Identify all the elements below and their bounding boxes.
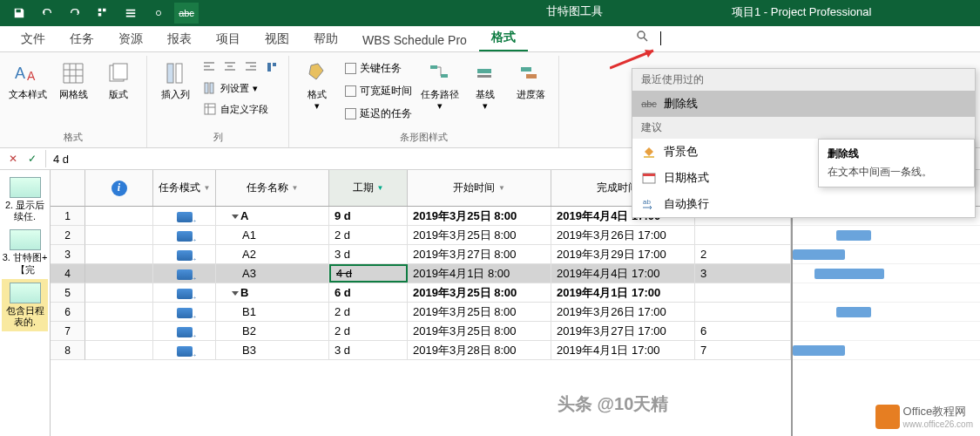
qat-button-4[interactable] — [91, 3, 115, 24]
late-tasks-checkbox[interactable]: 延迟的任务 — [341, 103, 416, 124]
finish-cell[interactable]: 2019年3月29日 17:00 — [551, 245, 695, 263]
qat-button-5[interactable] — [118, 3, 143, 24]
duration-cell[interactable]: 2 d — [329, 322, 408, 340]
undo-button[interactable] — [35, 3, 59, 24]
tab-format[interactable]: 格式 — [479, 25, 528, 51]
select-all-corner[interactable] — [51, 170, 85, 207]
duration-cell[interactable]: 3 d — [329, 245, 408, 263]
info-cell[interactable] — [85, 207, 153, 225]
info-cell[interactable] — [85, 322, 153, 340]
gridlines-button[interactable]: 网格线 — [52, 58, 94, 102]
info-cell[interactable] — [85, 341, 153, 359]
info-cell[interactable] — [85, 303, 153, 321]
custom-fields-button[interactable]: 自定义字段 — [199, 99, 281, 119]
link-button[interactable] — [146, 3, 171, 24]
row-header[interactable]: 1 — [51, 207, 85, 226]
tab-wbs[interactable]: WBS Schedule Pro — [350, 29, 479, 51]
column-header-start[interactable]: 开始时间▼ — [408, 170, 551, 206]
info-cell[interactable] — [85, 264, 153, 283]
mode-cell[interactable] — [153, 341, 216, 359]
table-row[interactable]: B1 2 d 2019年3月25日 8:00 2019年3月26日 17:00 — [85, 303, 791, 322]
predecessor-cell[interactable] — [695, 226, 791, 244]
view-item-2[interactable]: 3. 甘特图+【完 — [2, 226, 48, 278]
gantt-row[interactable] — [793, 283, 980, 303]
name-cell[interactable]: A1 — [216, 226, 329, 244]
name-cell[interactable]: A2 — [216, 245, 329, 263]
table-row[interactable]: A1 2 d 2019年3月25日 8:00 2019年3月26日 17:00 — [85, 226, 791, 245]
table-row[interactable]: A2 3 d 2019年3月27日 8:00 2019年3月29日 17:00 … — [85, 245, 791, 264]
name-cell[interactable]: A3 — [216, 264, 329, 283]
text-styles-button[interactable]: AA 文本样式 — [7, 58, 49, 102]
predecessor-cell[interactable]: 3 — [695, 264, 791, 283]
start-cell[interactable]: 2019年3月25日 8:00 — [408, 226, 551, 244]
mode-cell[interactable] — [153, 322, 216, 340]
row-header[interactable]: 6 — [51, 303, 85, 322]
tell-me-search[interactable] — [636, 30, 661, 46]
info-cell[interactable] — [85, 226, 153, 244]
column-settings-button[interactable]: 列设置 ▾ — [199, 78, 281, 98]
gantt-row[interactable] — [793, 341, 980, 360]
task-path-button[interactable]: 任务路径▾ — [419, 58, 461, 113]
insert-column-button[interactable]: 插入列 — [154, 58, 196, 102]
align-right-button[interactable] — [241, 58, 260, 77]
view-item-1[interactable]: 2. 显示后续任. — [2, 174, 48, 226]
finish-cell[interactable]: 2019年3月26日 17:00 — [551, 226, 695, 244]
column-header-info[interactable]: i — [85, 170, 153, 206]
tab-task[interactable]: 任务 — [57, 27, 106, 51]
info-cell[interactable] — [85, 245, 153, 263]
row-header[interactable]: 7 — [51, 322, 85, 341]
name-cell[interactable]: B3 — [216, 341, 329, 359]
predecessor-cell[interactable] — [695, 283, 791, 302]
row-header[interactable]: 3 — [51, 245, 85, 264]
mode-cell[interactable] — [153, 245, 216, 263]
tab-resource[interactable]: 资源 — [106, 27, 155, 51]
format-dropdown-button[interactable]: 格式▾ — [296, 58, 338, 113]
align-center-button[interactable] — [220, 58, 240, 77]
start-cell[interactable]: 2019年4月1日 8:00 — [408, 264, 551, 283]
gantt-bar[interactable] — [793, 249, 845, 260]
wrap-text-button[interactable] — [262, 58, 281, 77]
layout-button[interactable]: 版式 — [98, 58, 139, 102]
column-header-mode[interactable]: 任务模式▼ — [153, 170, 216, 206]
finish-cell[interactable]: 2019年3月26日 17:00 — [551, 303, 695, 321]
row-header[interactable]: 8 — [51, 341, 85, 360]
mode-cell[interactable] — [153, 207, 216, 225]
confirm-edit-button[interactable]: ✓ — [23, 150, 42, 167]
column-header-duration[interactable]: 工期▼ — [329, 170, 408, 206]
table-row[interactable]: B3 3 d 2019年3月28日 8:00 2019年4月1日 17:00 7 — [85, 341, 791, 360]
predecessor-cell[interactable]: 6 — [695, 322, 791, 340]
duration-cell[interactable]: 3 d — [329, 341, 408, 359]
dropdown-item-wordwrap[interactable]: ab 自动换行 — [632, 191, 975, 217]
gantt-bar[interactable] — [836, 307, 871, 317]
mode-cell[interactable] — [153, 283, 216, 302]
gantt-row[interactable] — [793, 226, 980, 245]
duration-cell[interactable]: 6 d — [329, 283, 408, 302]
slack-checkbox[interactable]: 可宽延时间 — [341, 80, 416, 101]
cancel-edit-button[interactable]: ✕ — [3, 150, 23, 167]
start-cell[interactable]: 2019年3月28日 8:00 — [408, 341, 551, 359]
finish-cell[interactable]: 2019年4月1日 17:00 — [551, 283, 695, 302]
start-cell[interactable]: 2019年3月25日 8:00 — [408, 303, 551, 321]
finish-cell[interactable]: 2019年3月27日 17:00 — [551, 322, 695, 340]
dropdown-item-strikethrough[interactable]: abc 删除线 — [632, 91, 975, 117]
start-cell[interactable]: 2019年3月25日 8:00 — [408, 322, 551, 340]
baseline-button[interactable]: 基线▾ — [464, 58, 506, 113]
mode-cell[interactable] — [153, 264, 216, 283]
duration-cell[interactable]: 2 d — [329, 303, 408, 321]
save-button[interactable] — [7, 3, 31, 24]
predecessor-cell[interactable]: 7 — [695, 341, 791, 359]
gantt-bar[interactable] — [793, 345, 845, 356]
align-left-button[interactable] — [199, 58, 219, 77]
name-cell[interactable]: B2 — [216, 322, 329, 340]
gantt-row[interactable] — [793, 303, 980, 322]
gantt-row[interactable] — [793, 245, 980, 264]
name-cell[interactable]: A — [216, 207, 329, 225]
column-header-name[interactable]: 任务名称▼ — [216, 170, 329, 206]
predecessor-cell[interactable]: 2 — [695, 245, 791, 263]
name-cell[interactable]: B1 — [216, 303, 329, 321]
finish-cell[interactable]: 2019年4月1日 17:00 — [551, 341, 695, 359]
tab-project[interactable]: 项目 — [204, 27, 253, 51]
table-row[interactable]: B2 2 d 2019年3月25日 8:00 2019年3月27日 17:00 … — [85, 322, 791, 341]
tab-report[interactable]: 报表 — [155, 27, 204, 51]
gantt-row[interactable] — [793, 264, 980, 283]
